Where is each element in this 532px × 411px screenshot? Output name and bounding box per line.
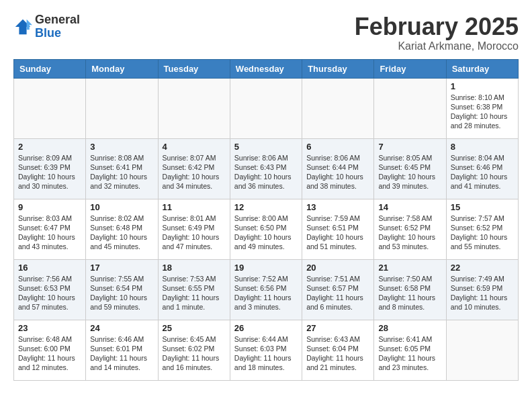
svg-marker-1 xyxy=(27,19,32,30)
day-info: Sunrise: 8:04 AM Sunset: 6:46 PM Dayligh… xyxy=(451,153,514,191)
calendar-cell xyxy=(374,78,446,138)
week-row-3: 9Sunrise: 8:03 AM Sunset: 6:47 PM Daylig… xyxy=(14,199,519,259)
day-info: Sunrise: 7:51 AM Sunset: 6:57 PM Dayligh… xyxy=(306,274,369,312)
calendar-cell: 28Sunrise: 6:41 AM Sunset: 6:05 PM Dayli… xyxy=(374,320,446,380)
calendar-cell: 17Sunrise: 7:55 AM Sunset: 6:54 PM Dayli… xyxy=(86,259,158,320)
calendar-cell xyxy=(86,78,158,138)
calendar-cell: 14Sunrise: 7:58 AM Sunset: 6:52 PM Dayli… xyxy=(374,199,446,259)
calendar-cell: 20Sunrise: 7:51 AM Sunset: 6:57 PM Dayli… xyxy=(302,259,374,320)
calendar-cell: 6Sunrise: 8:06 AM Sunset: 6:44 PM Daylig… xyxy=(302,138,374,199)
week-row-2: 2Sunrise: 8:09 AM Sunset: 6:39 PM Daylig… xyxy=(14,138,519,199)
day-info: Sunrise: 7:57 AM Sunset: 6:52 PM Dayligh… xyxy=(451,214,514,252)
calendar-cell: 15Sunrise: 7:57 AM Sunset: 6:52 PM Dayli… xyxy=(446,199,518,259)
calendar-cell: 23Sunrise: 6:48 AM Sunset: 6:00 PM Dayli… xyxy=(14,320,86,380)
calendar-cell: 2Sunrise: 8:09 AM Sunset: 6:39 PM Daylig… xyxy=(14,138,86,199)
day-number: 1 xyxy=(451,81,514,91)
day-info: Sunrise: 8:03 AM Sunset: 6:47 PM Dayligh… xyxy=(18,214,81,252)
logo-blue: Blue xyxy=(35,26,61,40)
day-number: 6 xyxy=(306,142,369,152)
day-info: Sunrise: 6:46 AM Sunset: 6:01 PM Dayligh… xyxy=(90,334,153,373)
day-number: 22 xyxy=(451,263,514,273)
calendar-cell xyxy=(14,78,86,138)
day-number: 11 xyxy=(163,202,226,212)
day-info: Sunrise: 7:49 AM Sunset: 6:59 PM Dayligh… xyxy=(451,274,514,312)
day-info: Sunrise: 7:52 AM Sunset: 6:56 PM Dayligh… xyxy=(234,274,298,312)
day-number: 19 xyxy=(234,263,298,273)
day-info: Sunrise: 6:44 AM Sunset: 6:03 PM Dayligh… xyxy=(234,334,298,373)
day-info: Sunrise: 7:55 AM Sunset: 6:54 PM Dayligh… xyxy=(90,274,153,312)
day-number: 16 xyxy=(18,263,81,273)
page-header: General Blue February 2025 Kariat Arkman… xyxy=(13,13,519,52)
calendar-cell: 5Sunrise: 8:06 AM Sunset: 6:43 PM Daylig… xyxy=(230,138,302,199)
calendar-cell: 1Sunrise: 8:10 AM Sunset: 6:38 PM Daylig… xyxy=(446,78,518,138)
day-number: 27 xyxy=(306,323,369,333)
calendar-cell: 3Sunrise: 8:08 AM Sunset: 6:41 PM Daylig… xyxy=(86,138,158,199)
day-number: 15 xyxy=(451,202,514,212)
day-number: 14 xyxy=(378,202,441,212)
week-row-1: 1Sunrise: 8:10 AM Sunset: 6:38 PM Daylig… xyxy=(14,78,519,138)
calendar-cell xyxy=(446,320,518,380)
day-number: 24 xyxy=(90,323,153,333)
calendar-cell: 13Sunrise: 7:59 AM Sunset: 6:51 PM Dayli… xyxy=(302,199,374,259)
calendar-cell: 19Sunrise: 7:52 AM Sunset: 6:56 PM Dayli… xyxy=(230,259,302,320)
weekday-header-friday: Friday xyxy=(374,59,446,78)
day-number: 18 xyxy=(163,263,226,273)
day-info: Sunrise: 6:43 AM Sunset: 6:04 PM Dayligh… xyxy=(306,334,369,373)
calendar-cell: 24Sunrise: 6:46 AM Sunset: 6:01 PM Dayli… xyxy=(86,320,158,380)
calendar-cell: 9Sunrise: 8:03 AM Sunset: 6:47 PM Daylig… xyxy=(14,199,86,259)
calendar-cell xyxy=(230,78,302,138)
logo: General Blue xyxy=(13,13,80,40)
day-number: 13 xyxy=(306,202,369,212)
calendar-cell xyxy=(158,78,230,138)
day-number: 21 xyxy=(378,263,441,273)
calendar-cell: 25Sunrise: 6:45 AM Sunset: 6:02 PM Dayli… xyxy=(158,320,230,380)
day-info: Sunrise: 7:59 AM Sunset: 6:51 PM Dayligh… xyxy=(306,214,369,252)
calendar-cell: 22Sunrise: 7:49 AM Sunset: 6:59 PM Dayli… xyxy=(446,259,518,320)
day-info: Sunrise: 7:50 AM Sunset: 6:58 PM Dayligh… xyxy=(378,274,441,312)
day-number: 2 xyxy=(18,142,81,152)
day-number: 8 xyxy=(451,142,514,152)
logo-icon xyxy=(13,17,32,36)
calendar: SundayMondayTuesdayWednesdayThursdayFrid… xyxy=(13,59,519,381)
weekday-header-wednesday: Wednesday xyxy=(230,59,302,78)
day-number: 17 xyxy=(90,263,153,273)
day-number: 12 xyxy=(234,202,298,212)
calendar-cell: 27Sunrise: 6:43 AM Sunset: 6:04 PM Dayli… xyxy=(302,320,374,380)
day-number: 5 xyxy=(234,142,298,152)
calendar-cell: 26Sunrise: 6:44 AM Sunset: 6:03 PM Dayli… xyxy=(230,320,302,380)
day-info: Sunrise: 8:06 AM Sunset: 6:44 PM Dayligh… xyxy=(306,153,369,191)
location: Kariat Arkmane, Morocco xyxy=(355,40,519,52)
weekday-header-tuesday: Tuesday xyxy=(158,59,230,78)
title-block: February 2025 Kariat Arkmane, Morocco xyxy=(355,13,519,52)
day-info: Sunrise: 8:06 AM Sunset: 6:43 PM Dayligh… xyxy=(234,153,298,191)
day-info: Sunrise: 8:09 AM Sunset: 6:39 PM Dayligh… xyxy=(18,153,81,191)
logo-text: General Blue xyxy=(35,13,80,40)
day-number: 10 xyxy=(90,202,153,212)
day-number: 7 xyxy=(378,142,441,152)
week-row-4: 16Sunrise: 7:56 AM Sunset: 6:53 PM Dayli… xyxy=(14,259,519,320)
day-info: Sunrise: 8:05 AM Sunset: 6:45 PM Dayligh… xyxy=(378,153,441,191)
day-number: 20 xyxy=(306,263,369,273)
day-number: 3 xyxy=(90,142,153,152)
calendar-cell: 12Sunrise: 8:00 AM Sunset: 6:50 PM Dayli… xyxy=(230,199,302,259)
calendar-cell: 21Sunrise: 7:50 AM Sunset: 6:58 PM Dayli… xyxy=(374,259,446,320)
day-info: Sunrise: 8:08 AM Sunset: 6:41 PM Dayligh… xyxy=(90,153,153,191)
calendar-cell: 16Sunrise: 7:56 AM Sunset: 6:53 PM Dayli… xyxy=(14,259,86,320)
day-info: Sunrise: 8:01 AM Sunset: 6:49 PM Dayligh… xyxy=(163,214,226,252)
calendar-cell xyxy=(302,78,374,138)
week-row-5: 23Sunrise: 6:48 AM Sunset: 6:00 PM Dayli… xyxy=(14,320,519,380)
calendar-cell: 11Sunrise: 8:01 AM Sunset: 6:49 PM Dayli… xyxy=(158,199,230,259)
day-info: Sunrise: 6:48 AM Sunset: 6:00 PM Dayligh… xyxy=(18,334,81,373)
calendar-cell: 4Sunrise: 8:07 AM Sunset: 6:42 PM Daylig… xyxy=(158,138,230,199)
logo-general: General xyxy=(35,13,80,26)
weekday-header-row: SundayMondayTuesdayWednesdayThursdayFrid… xyxy=(14,59,519,78)
day-info: Sunrise: 8:07 AM Sunset: 6:42 PM Dayligh… xyxy=(163,153,226,191)
day-info: Sunrise: 7:56 AM Sunset: 6:53 PM Dayligh… xyxy=(18,274,81,312)
calendar-cell: 8Sunrise: 8:04 AM Sunset: 6:46 PM Daylig… xyxy=(446,138,518,199)
day-number: 28 xyxy=(378,323,441,333)
month-title: February 2025 xyxy=(355,13,519,40)
day-info: Sunrise: 8:10 AM Sunset: 6:38 PM Dayligh… xyxy=(451,93,514,131)
day-number: 4 xyxy=(163,142,226,152)
weekday-header-thursday: Thursday xyxy=(302,59,374,78)
weekday-header-monday: Monday xyxy=(86,59,158,78)
